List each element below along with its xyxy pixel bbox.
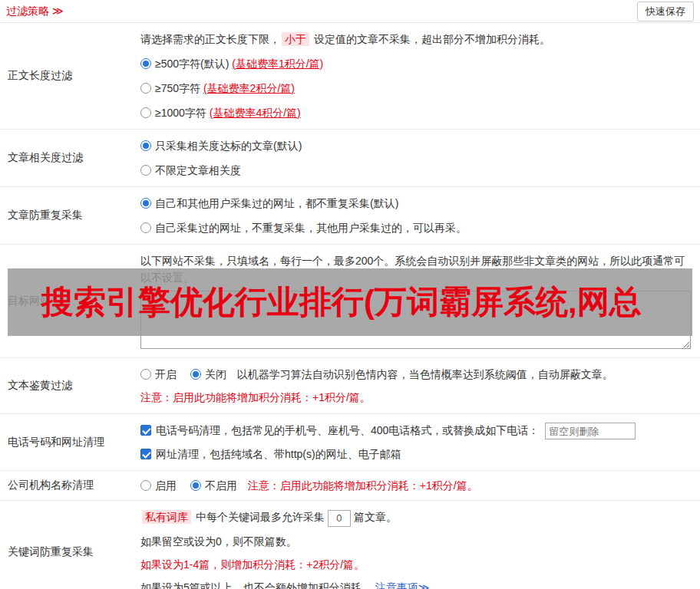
option-text: 不限定文章相关度 <box>155 164 241 176</box>
radio-icon[interactable] <box>140 107 151 118</box>
relevance-label: 文章相关度过滤 <box>0 130 134 186</box>
radio-icon[interactable] <box>140 165 151 176</box>
radio-icon[interactable] <box>140 222 151 233</box>
topbar: 过滤策略 ≫ 快速保存 <box>0 0 700 23</box>
row-keyword-dedup: 关键词防重复采集 私有词库 中每个关键词最多允许采集篇文章。 如果留空或设为0，… <box>0 501 700 589</box>
quick-save-button[interactable]: 快速保存 <box>637 2 694 21</box>
option-text: ≥750字符 <box>155 82 203 94</box>
radio-dedup-self-only[interactable]: 自己采集过的网址，不重复采集，其他用户采集过的，可以再采。 <box>140 219 691 236</box>
checkbox-checked-icon[interactable] <box>140 425 151 436</box>
checkbox-url-cleanup[interactable]: 网址清理，包括纯域名、带http(s)的网址、电子邮箱 <box>140 448 401 460</box>
keyword-line1: 私有词库 中每个关键词最多允许采集篇文章。 <box>140 508 691 526</box>
radio-option-1000[interactable]: ≥1000字符 (基础费率4积分/篇) <box>140 104 691 121</box>
radio-porn-on[interactable]: 开启 <box>140 368 180 380</box>
radio-selected-icon[interactable] <box>140 58 151 69</box>
relevance-content: 只采集相关度达标的文章(默认) 不限定文章相关度 <box>134 130 700 186</box>
option-fee-note: (基础费率4积分/篇) <box>210 107 301 119</box>
option-text: 启用 <box>155 479 177 492</box>
body-length-label: 正文长度过滤 <box>0 23 134 129</box>
intro-text-post: 设定值的文章不采集，超出部分不增加积分消耗。 <box>311 33 550 45</box>
dedup-content: 自己和其他用户采集过的网址，都不重复采集(默认) 自己采集过的网址，不重复采集，… <box>134 187 700 244</box>
option-text: ≥1000字符 <box>155 107 210 119</box>
radio-selected-icon[interactable] <box>140 198 151 209</box>
body-length-content: 请选择需求的正文长度下限，小于 设定值的文章不采集，超出部分不增加积分消耗。 ≥… <box>134 23 700 129</box>
option-fee-note: (基础费率1积分/篇) <box>232 58 323 70</box>
max-articles-input[interactable] <box>328 510 351 527</box>
radio-option-500[interactable]: ≥500字符(默认) (基础费率1积分/篇) <box>140 55 691 72</box>
radio-selected-icon[interactable] <box>140 140 151 151</box>
dedup-label: 文章防重复采集 <box>0 187 134 244</box>
option-text: 自己和其他用户采集过的网址，都不重复采集(默认) <box>155 197 398 209</box>
radio-selected-icon[interactable] <box>190 369 201 380</box>
option-text: ≥500字符(默认) <box>155 58 232 70</box>
porn-filter-content: 开启 关闭 以机器学习算法自动识别色情内容，当色情概率达到系统阈值，自动屏蔽文章… <box>134 358 700 413</box>
intro-text-pre: 请选择需求的正文长度下限， <box>140 33 280 45</box>
porn-filter-desc: 以机器学习算法自动识别色情内容，当色情概率达到系统阈值，自动屏蔽文章。 <box>237 368 613 380</box>
radio-option-750[interactable]: ≥750字符 (基础费率2积分/篇) <box>140 80 691 97</box>
row-phone-url-cleanup: 电话号码和网址清理 电话号码清理，包括常见的手机号、座机号、400电话格式，或替… <box>0 414 700 471</box>
radio-dedup-all-users[interactable]: 自己和其他用户采集过的网址，都不重复采集(默认) <box>140 195 691 212</box>
radio-selected-icon[interactable] <box>190 480 201 491</box>
option-text: 网址清理，包括纯域名、带http(s)的网址、电子邮箱 <box>156 448 401 460</box>
option-text: 只采集相关度达标的文章(默认) <box>155 140 302 152</box>
radio-icon[interactable] <box>140 369 151 380</box>
row-porn-filter: 文本鉴黄过滤 开启 关闭 以机器学习算法自动识别色情内容，当色情概率达到系统阈值… <box>0 358 700 414</box>
cleanup-label: 电话号码和网址清理 <box>0 414 134 470</box>
keyword-content: 私有词库 中每个关键词最多允许采集篇文章。 如果留空或设为0，则不限篇数。 如果… <box>134 501 700 589</box>
keyword-line1-post: 篇文章。 <box>354 511 397 523</box>
checkbox-checked-icon[interactable] <box>140 449 151 459</box>
row-body-length-filter: 正文长度过滤 请选择需求的正文长度下限，小于 设定值的文章不采集，超出部分不增加… <box>0 23 700 130</box>
radio-relevance-strict[interactable]: 只采集相关度达标的文章(默认) <box>140 137 691 154</box>
row-relevance-filter: 文章相关度过滤 只采集相关度达标的文章(默认) 不限定文章相关度 <box>0 130 700 187</box>
porn-filter-note: 注意：启用此功能将增加积分消耗：+1积分/篇。 <box>140 389 691 406</box>
row-company-cleanup: 公司机构名称清理 启用 不启用 注意：启用此功能将增加积分消耗：+1积分/篇。 <box>0 471 700 501</box>
row-dedup-collection: 文章防重复采集 自己和其他用户采集过的网址，都不重复采集(默认) 自己采集过的网… <box>0 187 700 245</box>
private-lexicon-highlight: 私有词库 <box>142 510 191 524</box>
radio-icon[interactable] <box>140 480 151 491</box>
company-note: 注意：启用此功能将增加积分消耗：+1积分/篇。 <box>248 479 478 492</box>
keyword-line2: 如果留空或设为0，则不限篇数。 <box>140 533 691 550</box>
option-text: 电话号码清理，包括常见的手机号、座机号、400电话格式，或替换成如下电话： <box>156 424 539 436</box>
keyword-label: 关键词防重复采集 <box>0 501 134 589</box>
watermark-banner: 搜索引擎优化行业排行(万词霸屏系统,网总 <box>8 268 692 336</box>
option-text: 不启用 <box>205 479 237 492</box>
radio-company-enable[interactable]: 启用 <box>140 479 180 492</box>
page-title[interactable]: 过滤策略 ≫ <box>6 5 64 18</box>
keyword-line3: 如果设为1-4篇，则增加积分消耗：+2积分/篇。 <box>140 556 691 573</box>
option-text: 开启 <box>155 368 177 380</box>
radio-company-disable[interactable]: 不启用 <box>190 479 240 492</box>
notes-link[interactable]: 注意事项≫ <box>375 581 430 589</box>
radio-icon[interactable] <box>140 83 151 94</box>
keyword-line4-text: 如果设为5篇或以上，也不会额外增加积分消耗。 <box>140 581 372 589</box>
company-label: 公司机构名称清理 <box>0 471 134 500</box>
keyword-line4: 如果设为5篇或以上，也不会额外增加积分消耗。 注意事项≫ <box>140 579 691 589</box>
phone-replacement-input[interactable] <box>545 423 636 439</box>
radio-relevance-any[interactable]: 不限定文章相关度 <box>140 162 691 179</box>
radio-porn-off[interactable]: 关闭 <box>190 368 229 380</box>
keyword-line1-text: 中每个关键词最多允许采集 <box>193 511 325 523</box>
body-length-intro: 请选择需求的正文长度下限，小于 设定值的文章不采集，超出部分不增加积分消耗。 <box>140 31 691 48</box>
porn-filter-label: 文本鉴黄过滤 <box>0 358 134 413</box>
option-text: 自己采集过的网址，不重复采集，其他用户采集过的，可以再采。 <box>155 222 467 234</box>
filter-strategy-page: 过滤策略 ≫ 快速保存 正文长度过滤 请选择需求的正文长度下限，小于 设定值的文… <box>0 0 700 589</box>
company-content: 启用 不启用 注意：启用此功能将增加积分消耗：+1积分/篇。 <box>134 471 700 500</box>
option-fee-note: (基础费率2积分/篇) <box>203 82 295 94</box>
less-than-highlight: 小于 <box>282 32 309 46</box>
option-text: 关闭 <box>205 368 226 380</box>
checkbox-phone-cleanup[interactable]: 电话号码清理，包括常见的手机号、座机号、400电话格式，或替换成如下电话： <box>140 424 542 436</box>
cleanup-content: 电话号码清理，包括常见的手机号、座机号、400电话格式，或替换成如下电话： 网址… <box>134 414 700 470</box>
